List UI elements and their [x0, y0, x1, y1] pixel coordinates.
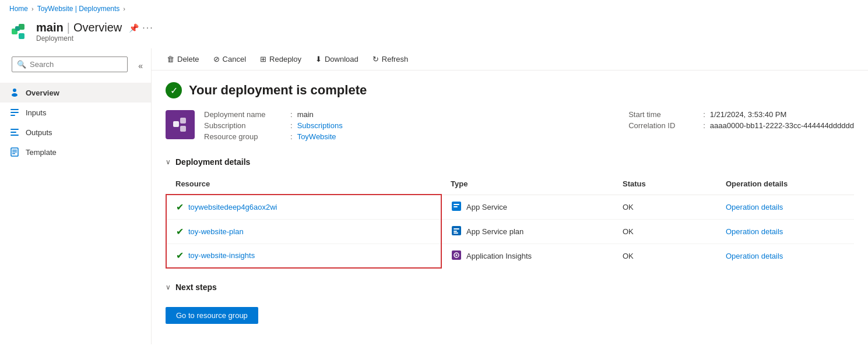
- col-type: Type: [441, 174, 613, 195]
- header-text: main | Overview 📌 ··· Deployment: [36, 21, 154, 43]
- download-button[interactable]: ⬇ Download: [310, 52, 364, 66]
- deploy-rg-row: Resource group : ToyWebsite: [204, 132, 605, 141]
- type-label: Application Insights: [466, 252, 532, 260]
- svg-rect-17: [180, 118, 186, 123]
- col-resource: Resource: [166, 174, 441, 195]
- svg-rect-21: [454, 206, 458, 207]
- header-resource-name: main: [36, 21, 64, 34]
- download-icon: ⬇: [315, 55, 322, 63]
- svg-rect-2: [19, 33, 24, 39]
- table-row: ✔ toywebsitedeep4g6aox2wi App Service OK…: [166, 195, 854, 219]
- next-steps-chevron-icon: ∨: [166, 283, 171, 291]
- type-icon: [451, 225, 462, 238]
- svg-rect-6: [10, 109, 19, 110]
- svg-point-28: [456, 254, 458, 256]
- toolbar: 🗑 Delete ⊘ Cancel ⊞ Redeploy ⬇ Download …: [152, 48, 868, 70]
- table-row: ✔ toy-website-plan App Service plan OKOp…: [166, 219, 854, 243]
- redeploy-icon: ⊞: [260, 55, 266, 63]
- operation-details-link[interactable]: Operation details: [726, 203, 783, 211]
- row-check-icon: ✔: [176, 226, 184, 237]
- deploy-rg-label: Resource group: [204, 132, 286, 141]
- svg-rect-7: [10, 112, 19, 113]
- outputs-icon: [9, 127, 20, 137]
- refresh-label: Refresh: [382, 55, 409, 63]
- more-icon[interactable]: ···: [142, 23, 153, 33]
- deploy-name-row: Deployment name : main: [204, 110, 605, 119]
- pin-icon[interactable]: 📌: [129, 23, 139, 33]
- type-label: App Service plan: [466, 227, 523, 236]
- refresh-button[interactable]: ↻ Refresh: [367, 52, 414, 66]
- delete-icon: 🗑: [167, 55, 174, 63]
- header-icon: [9, 22, 30, 43]
- svg-rect-9: [10, 129, 19, 130]
- type-icon: [451, 250, 462, 262]
- success-icon: ✓: [166, 82, 182, 98]
- breadcrumb-home[interactable]: Home: [9, 5, 28, 13]
- deploy-rg-value[interactable]: ToyWebsite: [297, 132, 336, 141]
- redeploy-button[interactable]: ⊞ Redeploy: [254, 52, 307, 66]
- goto-resource-group-button[interactable]: Go to resource group: [166, 307, 258, 324]
- breadcrumb: Home › ToyWebsite | Deployments ›: [0, 0, 868, 17]
- page-header: main | Overview 📌 ··· Deployment: [0, 17, 868, 48]
- status-value: OK: [623, 203, 634, 211]
- svg-rect-25: [454, 232, 458, 234]
- svg-point-4: [13, 89, 16, 92]
- redeploy-label: Redeploy: [269, 55, 301, 63]
- breadcrumb-toywebsite[interactable]: ToyWebsite | Deployments: [37, 5, 120, 13]
- start-time-row: Start time : 1/21/2024, 3:53:40 PM: [628, 110, 854, 119]
- search-input[interactable]: [30, 60, 122, 69]
- sidebar-item-inputs[interactable]: Inputs: [0, 103, 151, 122]
- sidebar-outputs-label: Outputs: [26, 128, 52, 137]
- next-steps-section: ∨ Next steps Go to resource group: [166, 283, 854, 324]
- start-time-value: 1/21/2024, 3:53:40 PM: [710, 110, 787, 119]
- details-chevron-icon: ∨: [166, 158, 171, 166]
- search-box[interactable]: 🔍: [12, 57, 128, 72]
- table-row: ✔ toy-website-insights Application Insig…: [166, 243, 854, 268]
- download-label: Download: [325, 55, 359, 63]
- sidebar-item-template[interactable]: Template: [0, 142, 151, 162]
- row-check-icon: ✔: [176, 202, 184, 213]
- operation-details-link[interactable]: Operation details: [726, 227, 783, 236]
- sidebar-item-outputs[interactable]: Outputs: [0, 122, 151, 142]
- correlation-label: Correlation ID: [628, 121, 698, 130]
- refresh-icon: ↻: [372, 55, 379, 63]
- collapse-sidebar-button[interactable]: «: [136, 59, 145, 73]
- deployment-thumbnail: [166, 110, 195, 139]
- svg-rect-20: [454, 204, 459, 205]
- deploy-subscription-row: Subscription : Subscriptions: [204, 121, 605, 130]
- start-time-label: Start time: [628, 110, 698, 119]
- next-steps-title: Next steps: [175, 283, 217, 292]
- resource-link[interactable]: toy-website-insights: [188, 251, 255, 260]
- search-icon: 🔍: [17, 60, 26, 69]
- header-divider: |: [67, 21, 70, 34]
- svg-rect-16: [173, 121, 179, 127]
- breadcrumb-sep-2: ›: [123, 5, 125, 12]
- svg-rect-10: [10, 132, 16, 133]
- cancel-icon: ⊘: [213, 55, 220, 63]
- svg-point-5: [12, 93, 17, 97]
- deployment-info: Deployment name : main Subscription : Su…: [166, 110, 854, 143]
- svg-rect-24: [454, 231, 457, 232]
- col-status: Status: [613, 174, 716, 195]
- deploy-subscription-value[interactable]: Subscriptions: [297, 121, 343, 130]
- svg-rect-13: [12, 150, 17, 151]
- deployment-table: Resource Type Status Operation details ✔…: [166, 174, 854, 269]
- success-banner: ✓ Your deployment is complete: [166, 82, 854, 98]
- sidebar-template-label: Template: [26, 148, 57, 157]
- svg-rect-11: [10, 135, 19, 136]
- delete-button[interactable]: 🗑 Delete: [161, 52, 205, 66]
- breadcrumb-sep-1: ›: [31, 5, 34, 12]
- inputs-icon: [9, 107, 20, 118]
- cancel-button[interactable]: ⊘ Cancel: [208, 52, 252, 66]
- type-cell: Application Insights: [451, 250, 604, 262]
- status-value: OK: [623, 252, 634, 260]
- deployment-details-header[interactable]: ∨ Deployment details: [166, 157, 854, 167]
- operation-details-link[interactable]: Operation details: [726, 252, 783, 260]
- resource-link[interactable]: toy-website-plan: [188, 227, 244, 236]
- next-steps-header[interactable]: ∨ Next steps: [166, 283, 854, 292]
- row-check-icon: ✔: [176, 250, 184, 261]
- header-subtitle: Deployment: [36, 34, 154, 43]
- resource-link[interactable]: toywebsitedeep4g6aox2wi: [188, 203, 277, 211]
- delete-label: Delete: [177, 55, 199, 63]
- sidebar-item-overview[interactable]: Overview: [0, 83, 151, 103]
